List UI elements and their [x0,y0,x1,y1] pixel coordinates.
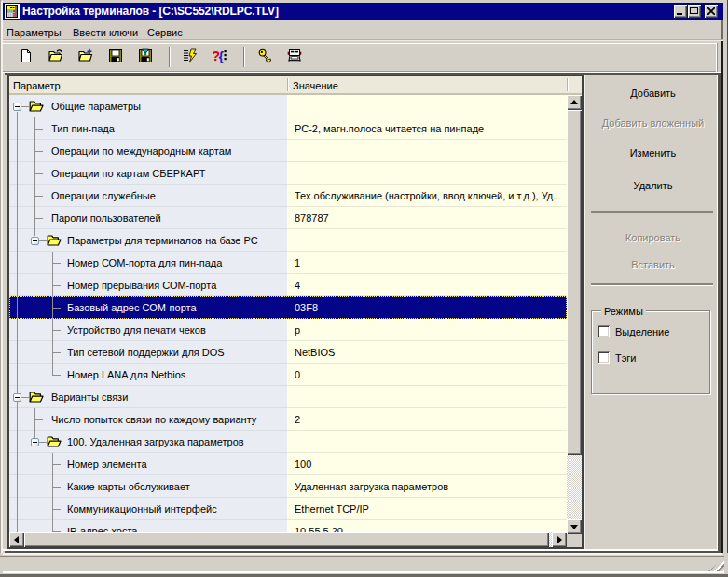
svg-text:{: { [219,49,225,64]
